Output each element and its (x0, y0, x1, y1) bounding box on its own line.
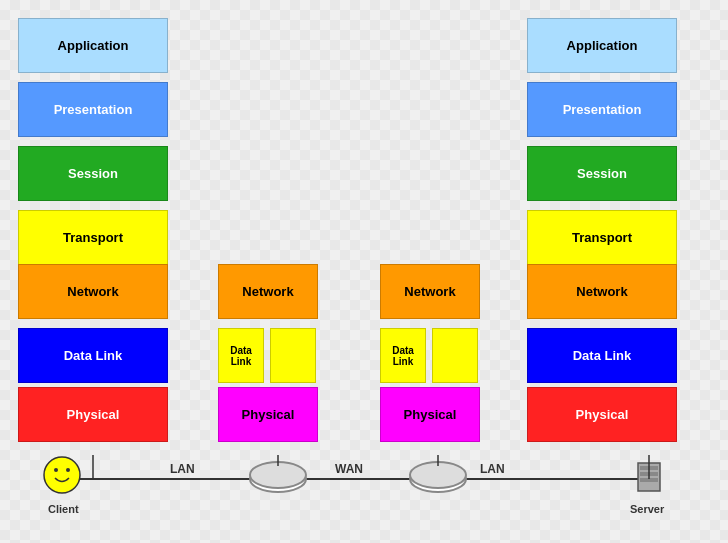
trans-left-label: Transport (63, 230, 123, 245)
dl-left-box: Data Link (18, 328, 168, 383)
svg-text:Client: Client (48, 503, 79, 515)
trans-right-box: Transport (527, 210, 677, 265)
net-left-label: Network (67, 284, 118, 299)
dl-right-box: Data Link (527, 328, 677, 383)
svg-text:WAN: WAN (335, 462, 363, 476)
dl-router-left-box1: Data Link (218, 328, 264, 383)
svg-point-1 (44, 457, 80, 493)
phys-router-left-label: Physical (242, 407, 295, 422)
pres-left-label: Presentation (54, 102, 133, 117)
dl-router-left-box2 (270, 328, 316, 383)
phys-left-box: Physical (18, 387, 168, 442)
app-left-box: Application (18, 18, 168, 73)
app-left-label: Application (58, 38, 129, 53)
trans-right-label: Transport (572, 230, 632, 245)
sess-right-box: Session (527, 146, 677, 201)
net-router-left-box: Network (218, 264, 318, 319)
net-router-left-label: Network (242, 284, 293, 299)
svg-text:LAN: LAN (170, 462, 195, 476)
phys-router-left-box: Physical (218, 387, 318, 442)
svg-text:Server: Server (630, 503, 665, 515)
app-right-box: Application (527, 18, 677, 73)
phys-right-label: Physical (576, 407, 629, 422)
net-router-right-box: Network (380, 264, 480, 319)
sess-right-label: Session (577, 166, 627, 181)
svg-text:LAN: LAN (480, 462, 505, 476)
svg-point-3 (66, 468, 70, 472)
dl-right-label: Data Link (573, 348, 632, 363)
net-router-right-label: Network (404, 284, 455, 299)
dl-router-left-label1: Data Link (219, 345, 263, 367)
phys-right-box: Physical (527, 387, 677, 442)
sess-left-label: Session (68, 166, 118, 181)
net-left-box: Network (18, 264, 168, 319)
svg-point-2 (54, 468, 58, 472)
dl-router-right-box2 (432, 328, 478, 383)
pres-left-box: Presentation (18, 82, 168, 137)
pres-right-label: Presentation (563, 102, 642, 117)
phys-router-right-box: Physical (380, 387, 480, 442)
net-right-label: Network (576, 284, 627, 299)
dl-left-label: Data Link (64, 348, 123, 363)
sess-left-box: Session (18, 146, 168, 201)
phys-left-label: Physical (67, 407, 120, 422)
net-right-box: Network (527, 264, 677, 319)
app-right-label: Application (567, 38, 638, 53)
pres-right-box: Presentation (527, 82, 677, 137)
osi-diagram: Application Presentation Session Transpo… (0, 0, 728, 543)
trans-left-box: Transport (18, 210, 168, 265)
dl-router-right-label1: Data Link (381, 345, 425, 367)
network-diagram-svg: LAN WAN LAN Client Server (0, 455, 728, 543)
phys-router-right-label: Physical (404, 407, 457, 422)
dl-router-right-box1: Data Link (380, 328, 426, 383)
